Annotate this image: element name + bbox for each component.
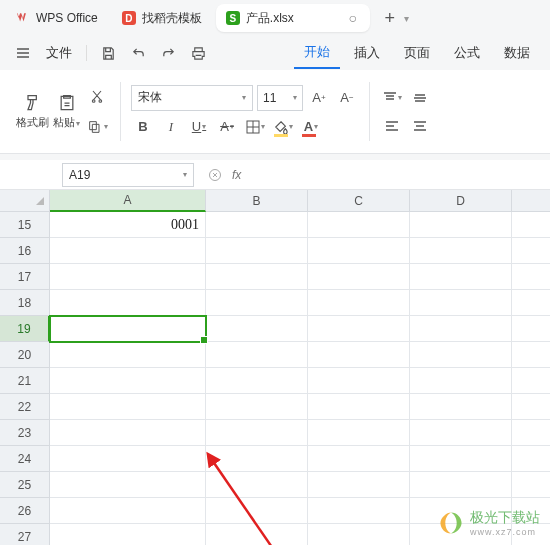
cell[interactable] (308, 342, 410, 368)
row-header[interactable]: 21 (0, 368, 50, 394)
name-box[interactable]: A19 ▾ (62, 163, 194, 187)
column-header-a[interactable]: A (50, 190, 206, 212)
copy-icon[interactable]: ▾ (84, 115, 110, 139)
cell[interactable] (410, 316, 512, 342)
format-painter-button[interactable]: 格式刷 (16, 93, 49, 130)
underline-button[interactable]: U▾ (187, 115, 211, 139)
cell[interactable] (206, 524, 308, 545)
row-header[interactable]: 24 (0, 446, 50, 472)
redo-icon[interactable] (155, 40, 181, 66)
undo-icon[interactable] (125, 40, 151, 66)
column-header-b[interactable]: B (206, 190, 308, 212)
cell[interactable] (206, 264, 308, 290)
cell[interactable] (50, 472, 206, 498)
row-header[interactable]: 15 (0, 212, 50, 238)
cell[interactable] (50, 498, 206, 524)
italic-button[interactable]: I (159, 115, 183, 139)
cell[interactable] (512, 238, 550, 264)
cell[interactable] (512, 394, 550, 420)
cell[interactable] (512, 368, 550, 394)
row-header[interactable]: 18 (0, 290, 50, 316)
row-header[interactable]: 20 (0, 342, 50, 368)
cell[interactable] (50, 420, 206, 446)
cell[interactable] (410, 290, 512, 316)
tab-add-button[interactable]: + (378, 6, 402, 30)
cell[interactable] (50, 290, 206, 316)
cell[interactable] (410, 472, 512, 498)
cell[interactable] (512, 420, 550, 446)
menu-file[interactable]: 文件 (40, 40, 78, 66)
paste-button[interactable]: 粘贴▾ (53, 93, 80, 130)
cell[interactable] (410, 394, 512, 420)
cell-a19-selected[interactable] (50, 316, 206, 342)
cell[interactable] (308, 264, 410, 290)
row-header[interactable]: 26 (0, 498, 50, 524)
tab-docer[interactable]: D 找稻壳模板 (112, 4, 212, 32)
cell[interactable] (206, 212, 308, 238)
align-middle-button[interactable] (408, 86, 432, 110)
cell[interactable] (410, 238, 512, 264)
cell[interactable] (50, 264, 206, 290)
font-color-button[interactable]: A ▾ (299, 115, 323, 139)
cell[interactable] (206, 472, 308, 498)
cell[interactable] (512, 342, 550, 368)
cell[interactable] (206, 446, 308, 472)
font-size-select[interactable]: 11 ▾ (257, 85, 303, 111)
row-header[interactable]: 17 (0, 264, 50, 290)
decrease-font-button[interactable]: A− (335, 86, 359, 110)
fill-color-button[interactable]: ▾ (271, 115, 295, 139)
cell[interactable] (206, 290, 308, 316)
cell[interactable] (308, 498, 410, 524)
cancel-formula-icon[interactable] (202, 163, 228, 187)
row-header[interactable]: 16 (0, 238, 50, 264)
menu-tab-page[interactable]: 页面 (394, 38, 440, 68)
cell[interactable] (50, 368, 206, 394)
font-name-select[interactable]: 宋体 ▾ (131, 85, 253, 111)
cell[interactable] (308, 238, 410, 264)
align-left-button[interactable] (380, 114, 404, 138)
row-header[interactable]: 22 (0, 394, 50, 420)
column-header-d[interactable]: D (410, 190, 512, 212)
cell[interactable] (308, 420, 410, 446)
row-header[interactable]: 19 (0, 316, 50, 342)
cell[interactable] (50, 342, 206, 368)
cell[interactable] (50, 446, 206, 472)
row-header[interactable]: 25 (0, 472, 50, 498)
cell[interactable] (206, 342, 308, 368)
cell[interactable] (512, 446, 550, 472)
menu-tab-start[interactable]: 开始 (294, 37, 340, 69)
cell[interactable] (410, 368, 512, 394)
cell[interactable] (308, 316, 410, 342)
cell[interactable] (50, 524, 206, 545)
strikethrough-button[interactable]: A▾ (215, 115, 239, 139)
cell[interactable] (410, 212, 512, 238)
tab-wps-office[interactable]: WPS Office (6, 4, 108, 32)
fx-label[interactable]: fx (232, 168, 241, 182)
row-header[interactable]: 23 (0, 420, 50, 446)
cell[interactable] (206, 498, 308, 524)
cell[interactable] (50, 394, 206, 420)
cell[interactable] (410, 264, 512, 290)
cell[interactable] (512, 316, 550, 342)
cell[interactable] (206, 368, 308, 394)
cell-a15[interactable]: 0001 (50, 212, 206, 238)
save-icon[interactable] (95, 40, 121, 66)
cell[interactable] (512, 290, 550, 316)
cell[interactable] (308, 472, 410, 498)
formula-input[interactable] (241, 163, 550, 187)
increase-font-button[interactable]: A+ (307, 86, 331, 110)
bold-button[interactable]: B (131, 115, 155, 139)
cell[interactable] (512, 472, 550, 498)
cell[interactable] (206, 238, 308, 264)
border-button[interactable]: ▾ (243, 115, 267, 139)
cell[interactable] (206, 316, 308, 342)
cell[interactable] (308, 394, 410, 420)
menu-tab-insert[interactable]: 插入 (344, 38, 390, 68)
cell[interactable] (410, 342, 512, 368)
cell[interactable] (206, 420, 308, 446)
tab-add-dropdown[interactable]: ▾ (404, 13, 409, 24)
menu-hamburger-icon[interactable] (10, 40, 36, 66)
cell[interactable] (308, 212, 410, 238)
align-top-button[interactable]: ▾ (380, 86, 404, 110)
cell[interactable] (410, 420, 512, 446)
